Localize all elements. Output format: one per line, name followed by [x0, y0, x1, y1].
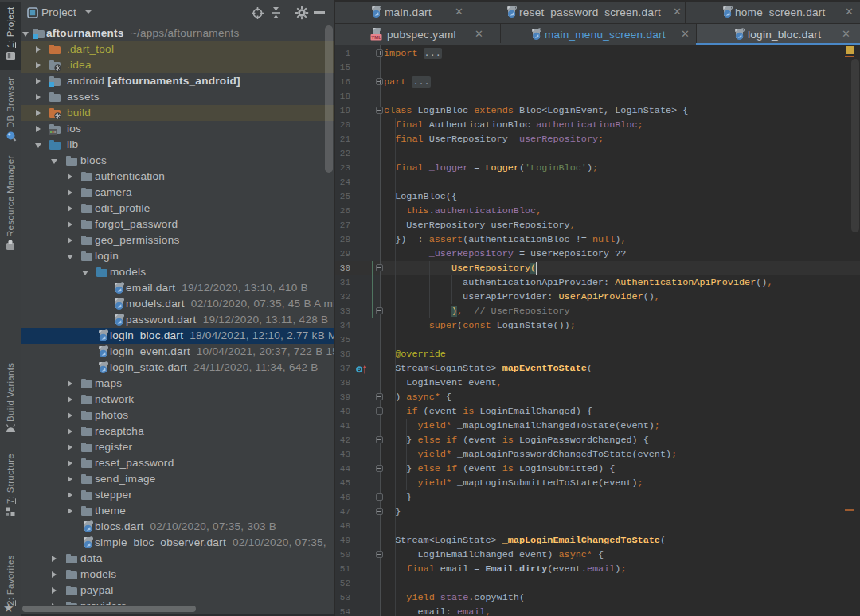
svg-text:YML: YML: [371, 35, 381, 40]
